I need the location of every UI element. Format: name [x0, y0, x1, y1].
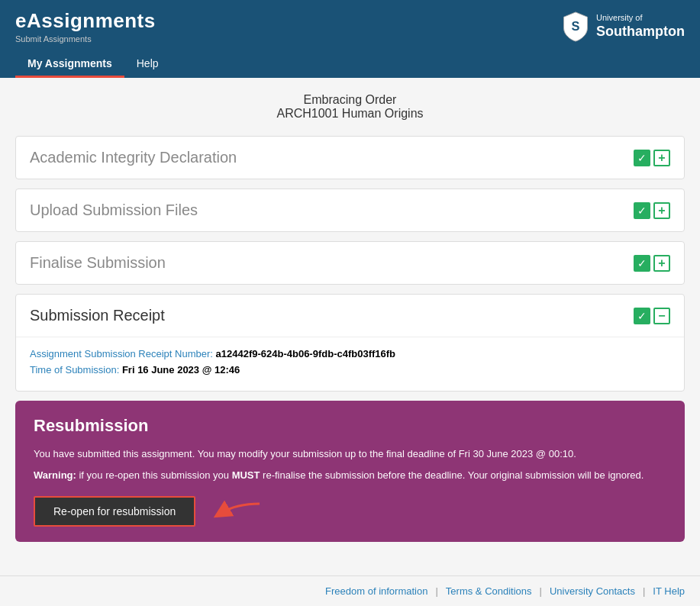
- section-academic-integrity: Academic Integrity Declaration ✓ +: [15, 136, 685, 179]
- check-icon: ✓: [634, 255, 650, 272]
- section-academic-integrity-icons: ✓ +: [634, 150, 670, 166]
- shield-icon: S: [561, 11, 590, 42]
- nav-help[interactable]: Help: [124, 51, 171, 78]
- expand-icon[interactable]: +: [653, 150, 670, 166]
- expand-icon[interactable]: +: [653, 202, 670, 219]
- footer-terms-link[interactable]: Terms & Conditions: [446, 585, 532, 597]
- footer-freedom-link[interactable]: Freedom of information: [325, 585, 427, 597]
- section-upload-files-icons: ✓ +: [634, 202, 670, 219]
- app-subtitle: Submit Assignments: [15, 34, 156, 44]
- footer-sep-2: |: [540, 585, 542, 597]
- resubmission-warning: Warning: if you re-open this submission …: [34, 468, 666, 483]
- main-nav: My Assignments Help: [15, 51, 685, 78]
- section-submission-receipt: Submission Receipt ✓ − Assignment Submis…: [15, 294, 685, 392]
- brand: eAssignments Submit Assignments: [15, 9, 156, 44]
- section-finalise-header[interactable]: Finalise Submission ✓ +: [16, 242, 684, 284]
- logo-text: University of Southampton: [596, 12, 685, 41]
- svg-text:S: S: [572, 19, 580, 33]
- resubmission-box: Resubmission You have submitted this ass…: [15, 401, 685, 542]
- resubmission-text: You have submitted this assignment. You …: [34, 446, 666, 462]
- receipt-number-label: Assignment Submission Receipt Number:: [30, 348, 213, 359]
- uni-of-label: University of: [596, 12, 685, 23]
- section-upload-files-header[interactable]: Upload Submission Files ✓ +: [16, 189, 684, 231]
- southampton-label: Southampton: [596, 23, 685, 40]
- resubmission-title: Resubmission: [34, 416, 666, 436]
- check-icon: ✓: [634, 150, 650, 166]
- warning-text: if you re-open this submission you: [76, 469, 232, 481]
- app-title: eAssignments: [15, 9, 156, 33]
- header-top: eAssignments Submit Assignments S Univer…: [15, 9, 685, 44]
- footer-contacts-link[interactable]: University Contacts: [550, 585, 635, 597]
- receipt-time-label: Time of Submission:: [30, 364, 119, 376]
- footer-sep-3: |: [643, 585, 645, 597]
- section-finalise-icons: ✓ +: [634, 255, 670, 272]
- section-upload-files-title: Upload Submission Files: [30, 201, 198, 219]
- university-logo: S University of Southampton: [561, 11, 685, 42]
- arrow-icon: [206, 498, 267, 525]
- section-submission-receipt-title: Submission Receipt: [30, 307, 165, 324]
- expand-icon[interactable]: +: [653, 255, 670, 272]
- section-upload-files: Upload Submission Files ✓ +: [15, 189, 685, 232]
- section-academic-integrity-title: Academic Integrity Declaration: [30, 149, 237, 166]
- section-finalise-title: Finalise Submission: [30, 254, 166, 272]
- footer-sep-1: |: [435, 585, 437, 597]
- main-content: Embracing Order ARCH1001 Human Origins A…: [0, 78, 700, 575]
- check-icon: ✓: [634, 308, 650, 324]
- receipt-content: Assignment Submission Receipt Number: a1…: [16, 337, 684, 391]
- section-finalise: Finalise Submission ✓ +: [15, 241, 685, 285]
- title-line1: Embracing Order: [15, 93, 685, 107]
- header: eAssignments Submit Assignments S Univer…: [0, 0, 700, 78]
- collapse-icon[interactable]: −: [653, 308, 670, 324]
- receipt-time-line: Time of Submission: Fri 16 June 2023 @ 1…: [30, 364, 670, 376]
- footer-ithelp-link[interactable]: IT Help: [653, 585, 685, 597]
- page-title: Embracing Order ARCH1001 Human Origins: [15, 93, 685, 121]
- arrow-svg: [206, 498, 267, 525]
- nav-my-assignments[interactable]: My Assignments: [15, 51, 124, 78]
- check-icon: ✓: [634, 202, 650, 219]
- section-submission-receipt-icons: ✓ −: [634, 308, 670, 324]
- section-academic-integrity-header[interactable]: Academic Integrity Declaration ✓ +: [16, 137, 684, 179]
- warning-label: Warning:: [34, 469, 76, 481]
- resubmit-btn-row: Re-open for resubmission: [34, 496, 666, 527]
- reopen-resubmission-button[interactable]: Re-open for resubmission: [34, 496, 195, 527]
- receipt-number-value: a12442f9-624b-4b06-9fdb-c4fb03ff16fb: [216, 348, 396, 359]
- receipt-time-value: Fri 16 June 2023 @ 12:46: [122, 364, 240, 376]
- warning-must: MUST: [232, 469, 260, 481]
- footer: Freedom of information | Terms & Conditi…: [0, 575, 700, 606]
- title-line2: ARCH1001 Human Origins: [15, 107, 685, 121]
- warning-suffix: re-finalise the submission before the de…: [260, 469, 644, 481]
- receipt-number-line: Assignment Submission Receipt Number: a1…: [30, 348, 670, 359]
- section-submission-receipt-header[interactable]: Submission Receipt ✓ −: [16, 295, 684, 337]
